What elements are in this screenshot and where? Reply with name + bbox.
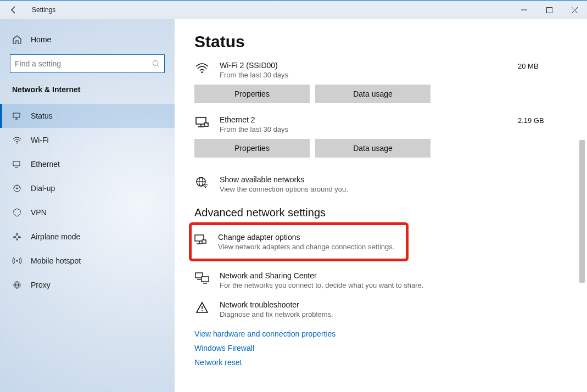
network-sub: From the last 30 days bbox=[220, 125, 508, 133]
sidebar-item-wifi[interactable]: Wi-Fi bbox=[0, 128, 175, 152]
search-input[interactable] bbox=[10, 54, 165, 73]
warning-icon bbox=[194, 300, 210, 313]
adapter-icon bbox=[193, 233, 208, 246]
sidebar-item-ethernet[interactable]: Ethernet bbox=[0, 152, 175, 176]
network-name: Ethernet 2 bbox=[220, 115, 508, 124]
action-title: Change adapter options bbox=[218, 233, 394, 242]
sidebar-item-label: Mobile hotspot bbox=[31, 256, 81, 265]
titlebar: Settings bbox=[0, 1, 587, 19]
network-name: Wi-Fi 2 (SSID00) bbox=[220, 61, 508, 70]
action-sub: View network adapters and change connect… bbox=[218, 243, 394, 251]
action-sub: View the connection options around you. bbox=[220, 185, 348, 193]
wifi-icon bbox=[12, 135, 22, 145]
change-adapter-options[interactable]: Change adapter options View network adap… bbox=[193, 231, 402, 253]
sidebar-item-proxy[interactable]: Proxy bbox=[0, 273, 175, 297]
scrollbar[interactable] bbox=[578, 19, 586, 392]
ethernet-icon bbox=[12, 159, 22, 169]
back-button[interactable] bbox=[5, 2, 22, 18]
proxy-icon bbox=[12, 280, 22, 290]
svg-rect-4 bbox=[13, 113, 20, 117]
svg-point-19 bbox=[201, 71, 203, 73]
svg-rect-34 bbox=[202, 277, 209, 282]
svg-line-3 bbox=[158, 65, 160, 68]
home-icon bbox=[12, 35, 22, 44]
action-title: Network troubleshooter bbox=[220, 300, 333, 309]
svg-rect-8 bbox=[13, 161, 20, 166]
sidebar-item-label: Dial-up bbox=[31, 184, 55, 193]
link-hardware-properties[interactable]: View hardware and connection properties bbox=[194, 329, 567, 338]
sharing-icon bbox=[194, 271, 210, 284]
window-controls bbox=[511, 1, 587, 19]
data-usage-button[interactable]: Data usage bbox=[315, 85, 431, 103]
status-icon bbox=[12, 111, 22, 121]
data-usage-button[interactable]: Data usage bbox=[315, 139, 431, 158]
sidebar-item-vpn[interactable]: VPN bbox=[0, 200, 175, 225]
vpn-icon bbox=[12, 208, 22, 217]
network-usage: 2.19 GB bbox=[518, 115, 567, 125]
link-windows-firewall[interactable]: Windows Firewall bbox=[194, 344, 567, 352]
wifi-icon bbox=[194, 61, 210, 74]
svg-point-15 bbox=[16, 260, 18, 262]
main-content: Status Wi-Fi 2 (SSID00) From the last 30… bbox=[175, 19, 587, 392]
sidebar-item-label: Ethernet bbox=[31, 160, 60, 169]
network-item-ethernet: Ethernet 2 From the last 30 days 2.19 GB bbox=[194, 115, 567, 133]
link-network-reset[interactable]: Network reset bbox=[194, 358, 567, 367]
sidebar-item-label: VPN bbox=[31, 208, 47, 217]
globe-wifi-icon bbox=[194, 175, 210, 189]
svg-point-12 bbox=[16, 186, 18, 187]
ethernet-icon bbox=[194, 115, 210, 130]
properties-button[interactable]: Properties bbox=[194, 85, 310, 103]
svg-point-13 bbox=[19, 187, 20, 188]
properties-button[interactable]: Properties bbox=[194, 139, 310, 158]
sidebar-item-hotspot[interactable]: Mobile hotspot bbox=[0, 249, 175, 273]
network-sub: From the last 30 days bbox=[220, 71, 508, 79]
svg-rect-23 bbox=[204, 123, 208, 126]
network-troubleshooter[interactable]: Network troubleshooter Diagnose and fix … bbox=[194, 295, 567, 324]
svg-point-14 bbox=[14, 187, 15, 188]
advanced-heading: Advanced network settings bbox=[194, 206, 567, 219]
search-icon bbox=[152, 60, 160, 68]
network-item-wifi: Wi-Fi 2 (SSID00) From the last 30 days 2… bbox=[194, 61, 567, 79]
page-title: Status bbox=[194, 32, 567, 51]
action-title: Show available networks bbox=[220, 175, 348, 184]
sidebar-nav: Status Wi-Fi Ethernet Dial-up VPN Airpla… bbox=[0, 104, 175, 297]
home-label: Home bbox=[31, 35, 51, 44]
svg-rect-1 bbox=[546, 7, 552, 13]
network-usage: 20 MB bbox=[518, 61, 567, 70]
show-available-networks[interactable]: Show available networks View the connect… bbox=[194, 170, 567, 199]
sidebar-item-status[interactable]: Status bbox=[0, 104, 175, 128]
sidebar-item-label: Proxy bbox=[31, 281, 51, 289]
sidebar: Home Network & Internet Status Wi-Fi Eth… bbox=[0, 19, 175, 392]
sidebar-item-label: Airplane mode bbox=[31, 232, 80, 241]
hotspot-icon bbox=[12, 256, 22, 266]
home-button[interactable]: Home bbox=[0, 31, 175, 54]
search-field[interactable] bbox=[15, 59, 152, 68]
highlight-box: Change adapter options View network adap… bbox=[189, 222, 409, 261]
minimize-button[interactable] bbox=[511, 1, 536, 19]
window-title: Settings bbox=[32, 6, 55, 14]
action-sub: Diagnose and fix network problems. bbox=[220, 310, 333, 318]
network-sharing-center[interactable]: Network and Sharing Center For the netwo… bbox=[194, 266, 567, 295]
svg-point-7 bbox=[16, 143, 18, 144]
sidebar-item-label: Wi-Fi bbox=[31, 136, 49, 144]
sidebar-item-label: Status bbox=[31, 111, 53, 120]
svg-point-2 bbox=[153, 61, 158, 66]
action-sub: For the networks you connect to, decide … bbox=[220, 281, 423, 289]
svg-point-37 bbox=[202, 310, 203, 311]
action-title: Network and Sharing Center bbox=[220, 271, 423, 280]
scrollbar-thumb[interactable] bbox=[579, 140, 585, 283]
sidebar-category: Network & Internet bbox=[0, 85, 175, 104]
svg-point-27 bbox=[205, 187, 206, 188]
sidebar-item-airplane[interactable]: Airplane mode bbox=[0, 225, 175, 249]
airplane-icon bbox=[12, 232, 22, 242]
dialup-icon bbox=[12, 183, 22, 193]
sidebar-item-dialup[interactable]: Dial-up bbox=[0, 176, 175, 200]
svg-rect-31 bbox=[202, 240, 206, 243]
maximize-button[interactable] bbox=[536, 1, 562, 19]
svg-point-11 bbox=[16, 188, 18, 189]
close-button[interactable] bbox=[562, 1, 587, 19]
